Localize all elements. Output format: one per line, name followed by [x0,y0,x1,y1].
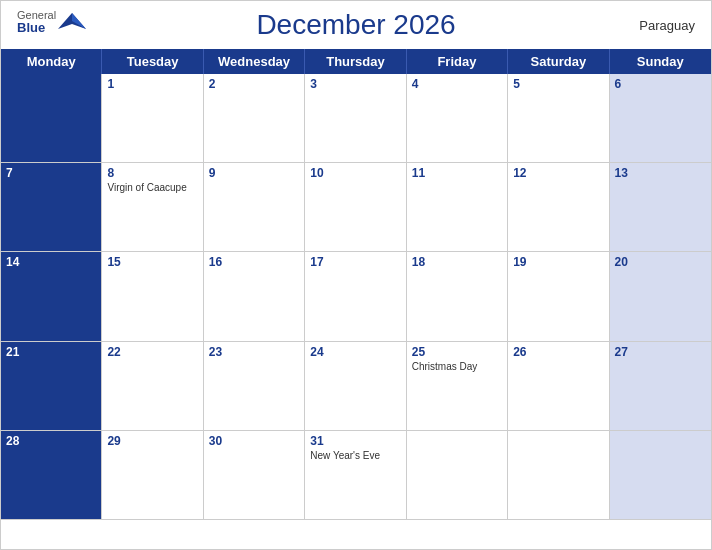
cell-date-number: 18 [412,255,502,269]
cell-date-number: 14 [6,255,96,269]
calendar-cell: 7 [1,163,102,252]
cell-date-number: 13 [615,166,706,180]
cell-date-number: 19 [513,255,603,269]
logo-blue: Blue [17,21,56,35]
day-friday: Friday [407,49,508,74]
day-wednesday: Wednesday [204,49,305,74]
calendar-cell: 18 [407,252,508,341]
calendar-cell: 24 [305,342,406,431]
holiday-label: Virgin of Caacupe [107,182,197,193]
calendar-cell: 27 [610,342,711,431]
cell-date-number: 20 [615,255,706,269]
cell-date-number: 7 [6,166,96,180]
day-saturday: Saturday [508,49,609,74]
day-thursday: Thursday [305,49,406,74]
calendar-header: General Blue December 2026 Paraguay [1,1,711,49]
calendar-cell: 2 [204,74,305,163]
logo: General Blue [17,9,86,35]
holiday-label: New Year's Eve [310,450,400,461]
calendar-cell: 22 [102,342,203,431]
calendar-cell: 17 [305,252,406,341]
calendar-cell: 16 [204,252,305,341]
cell-date-number: 27 [615,345,706,359]
calendar-title: December 2026 [256,9,455,41]
calendar-cell: 25Christmas Day [407,342,508,431]
calendar-grid: 12345678Virgin of Caacupe910111213141516… [1,74,711,520]
holiday-label: Christmas Day [412,361,502,372]
cell-date-number: 31 [310,434,400,448]
calendar: General Blue December 2026 Paraguay Mond… [0,0,712,550]
cell-date-number: 2 [209,77,299,91]
calendar-cell: 20 [610,252,711,341]
day-tuesday: Tuesday [102,49,203,74]
cell-date-number: 30 [209,434,299,448]
calendar-cell: 8Virgin of Caacupe [102,163,203,252]
calendar-cell: 15 [102,252,203,341]
cell-date-number: 25 [412,345,502,359]
day-monday: Monday [1,49,102,74]
cell-date-number: 23 [209,345,299,359]
calendar-cell: 11 [407,163,508,252]
cell-date-number: 16 [209,255,299,269]
calendar-cell: 31New Year's Eve [305,431,406,520]
svg-marker-1 [72,13,86,29]
logo-bird-icon [58,11,86,33]
calendar-cell: 9 [204,163,305,252]
cell-date-number: 8 [107,166,197,180]
cell-date-number: 3 [310,77,400,91]
day-sunday: Sunday [610,49,711,74]
cell-date-number: 22 [107,345,197,359]
calendar-cell: 19 [508,252,609,341]
days-header: Monday Tuesday Wednesday Thursday Friday… [1,49,711,74]
cell-date-number: 6 [615,77,706,91]
cell-date-number: 11 [412,166,502,180]
calendar-cell [1,74,102,163]
calendar-cell: 12 [508,163,609,252]
cell-date-number: 5 [513,77,603,91]
cell-date-number: 10 [310,166,400,180]
cell-date-number: 15 [107,255,197,269]
calendar-cell: 21 [1,342,102,431]
calendar-cell: 5 [508,74,609,163]
calendar-cell: 14 [1,252,102,341]
calendar-cell: 10 [305,163,406,252]
calendar-cell [407,431,508,520]
calendar-cell: 23 [204,342,305,431]
country-label: Paraguay [639,18,695,33]
calendar-cell: 26 [508,342,609,431]
cell-date-number: 28 [6,434,96,448]
cell-date-number: 4 [412,77,502,91]
calendar-cell: 29 [102,431,203,520]
cell-date-number: 17 [310,255,400,269]
calendar-cell: 28 [1,431,102,520]
calendar-cell: 13 [610,163,711,252]
calendar-cell [610,431,711,520]
cell-date-number: 24 [310,345,400,359]
calendar-cell: 1 [102,74,203,163]
cell-date-number: 9 [209,166,299,180]
cell-date-number: 1 [107,77,197,91]
calendar-cell: 4 [407,74,508,163]
calendar-cell: 6 [610,74,711,163]
calendar-cell: 30 [204,431,305,520]
cell-date-number: 26 [513,345,603,359]
calendar-cell [508,431,609,520]
calendar-cell: 3 [305,74,406,163]
cell-date-number: 21 [6,345,96,359]
cell-date-number: 29 [107,434,197,448]
cell-date-number: 12 [513,166,603,180]
